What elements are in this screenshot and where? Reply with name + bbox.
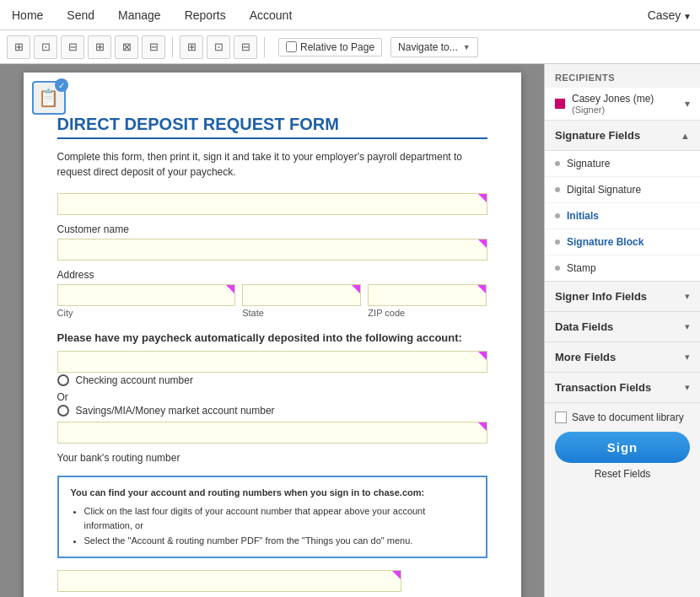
save-library-label: Save to document library [572, 411, 684, 423]
toolbar-btn-8[interactable]: ⊡ [207, 35, 230, 59]
toolbar-btn-5[interactable]: ⊠ [115, 35, 138, 59]
pink-corner-state [352, 285, 360, 293]
pink-corner-savings [478, 422, 487, 431]
savings-radio-row: Savings/MIA/Money market account number [57, 405, 487, 417]
relative-page-checkbox[interactable] [286, 41, 297, 52]
checking-radio-row: Checking account number [57, 374, 487, 386]
save-library-checkbox[interactable] [555, 411, 567, 423]
checking-field[interactable] [57, 351, 487, 373]
pink-corner-city [226, 285, 234, 293]
sig-field-sig-block[interactable]: Signature Block [545, 229, 700, 255]
doc-scroll: 📋 ✓ DIRECT DEPOSIT REQUEST FORM Complete… [0, 64, 544, 597]
nav-manage[interactable]: Manage [115, 2, 164, 29]
transaction-fields-section[interactable]: Transaction Fields ▾ [545, 373, 700, 403]
nav-reports[interactable]: Reports [181, 2, 229, 29]
sig-field-digital[interactable]: Digital Signature [545, 177, 700, 203]
checking-label: Checking account number [76, 374, 193, 386]
info-box: You can find your account and routing nu… [57, 476, 487, 558]
customer-name-field[interactable] [57, 193, 487, 215]
sig-field-stamp[interactable]: Stamp [545, 255, 700, 281]
toolbar-btn-2[interactable]: ⊡ [34, 35, 57, 59]
nav-send[interactable]: Send [63, 2, 98, 29]
toolbar-btn-7[interactable]: ⊞ [180, 35, 203, 59]
more-fields-chevron: ▾ [685, 352, 690, 363]
navigate-dropdown[interactable]: Navigate to... [390, 37, 478, 57]
zip-label: ZIP code [368, 308, 487, 318]
more-fields-label: More Fields [555, 351, 616, 363]
sig-name-sig-block: Signature Block [567, 236, 643, 248]
toolbar-btn-1[interactable]: ⊞ [7, 35, 30, 59]
sig-name-stamp: Stamp [567, 262, 596, 274]
city-label: City [57, 308, 236, 318]
savings-field[interactable] [57, 422, 487, 444]
recipient-row[interactable]: Casey Jones (me) (Signer) ▾ [545, 88, 700, 121]
sig-field-signature[interactable]: Signature [545, 151, 700, 177]
relative-page-label: Relative to Page [300, 41, 374, 53]
recipient-role: (Signer) [572, 105, 654, 115]
recipient-chevron[interactable]: ▾ [685, 98, 690, 110]
pink-corner-1 [478, 194, 487, 202]
signer-info-label: Signer Info Fields [555, 290, 647, 303]
recipients-header: RECIPIENTS [545, 64, 700, 88]
doc-divider [57, 137, 487, 139]
toolbar-btn-6[interactable]: ⊟ [142, 35, 165, 59]
pink-corner-zip [477, 285, 486, 293]
info-box-list: Click on the last four digits of your ac… [84, 504, 474, 549]
right-panel: RECIPIENTS Casey Jones (me) (Signer) ▾ S… [544, 64, 700, 597]
sig-field-initials[interactable]: Initials [545, 203, 700, 229]
save-library-row: Save to document library [555, 411, 690, 423]
data-fields-label: Data Fields [555, 320, 613, 333]
customer-name-label: Customer name [57, 223, 487, 235]
state-field[interactable] [242, 284, 361, 306]
stamp-checkmark: ✓ [55, 78, 68, 92]
panel-actions: Save to document library Sign Reset Fiel… [545, 403, 700, 488]
sig-dot-signature [555, 161, 560, 166]
sign-button[interactable]: Sign [555, 432, 690, 463]
toolbar-sep-2 [264, 37, 265, 57]
data-fields-section[interactable]: Data Fields ▾ [545, 312, 700, 342]
signature-fields-chevron: ▲ [681, 131, 690, 141]
sig-name-signature: Signature [567, 158, 610, 169]
nav-links: Home Send Manage Reports Account [8, 2, 295, 29]
savings-radio[interactable] [57, 405, 69, 417]
toolbar-btn-9[interactable]: ⊟ [234, 35, 257, 59]
doc-page: 📋 ✓ DIRECT DEPOSIT REQUEST FORM Complete… [24, 73, 521, 597]
or-text: Or [57, 391, 487, 403]
zip-field[interactable] [368, 284, 487, 306]
city-state-zip-row [57, 284, 487, 306]
recipient-info: Casey Jones (me) (Signer) [572, 93, 654, 115]
toolbar-btn-4[interactable]: ⊞ [88, 35, 111, 59]
checking-radio[interactable] [57, 374, 69, 386]
sig-dot-initials [555, 213, 560, 218]
recipient-name: Casey Jones (me) [572, 93, 654, 105]
pink-corner-2 [478, 239, 487, 248]
toolbar-sep-1 [172, 37, 173, 57]
toolbar-btn-3[interactable]: ⊟ [61, 35, 84, 59]
toolbar: ⊞ ⊡ ⊟ ⊞ ⊠ ⊟ ⊞ ⊡ ⊟ Relative to Page Navig… [0, 30, 700, 64]
signature-fields-header[interactable]: Signature Fields ▲ [545, 121, 700, 151]
signer-info-section[interactable]: Signer Info Fields ▾ [545, 282, 700, 312]
recipient-color-swatch [555, 99, 565, 109]
address-field[interactable] [57, 239, 487, 261]
sig-dot-stamp [555, 266, 560, 271]
transaction-fields-label: Transaction Fields [555, 381, 651, 394]
sig-name-initials: Initials [567, 210, 599, 222]
info-bullet-1: Click on the last four digits of your ac… [84, 504, 474, 534]
user-menu[interactable]: Casey [648, 8, 692, 22]
city-field[interactable] [57, 284, 235, 306]
top-nav: Home Send Manage Reports Account Casey [0, 0, 700, 30]
relative-page-checkbox-label[interactable]: Relative to Page [278, 38, 382, 56]
document-area[interactable]: 📋 ✓ DIRECT DEPOSIT REQUEST FORM Complete… [0, 64, 544, 597]
signature-fields-label: Signature Fields [555, 129, 640, 142]
state-label: State [242, 308, 361, 318]
col-labels: City State ZIP code [57, 308, 487, 318]
savings-label: Savings/MIA/Money market account number [76, 405, 275, 417]
extra-field[interactable] [57, 570, 401, 592]
more-fields-section[interactable]: More Fields ▾ [545, 342, 700, 373]
reset-fields-link[interactable]: Reset Fields [555, 468, 690, 480]
signer-info-chevron: ▾ [685, 291, 690, 302]
address-label: Address [57, 269, 487, 281]
nav-home[interactable]: Home [8, 2, 46, 29]
nav-account[interactable]: Account [246, 2, 296, 29]
transaction-fields-chevron: ▾ [685, 382, 690, 393]
